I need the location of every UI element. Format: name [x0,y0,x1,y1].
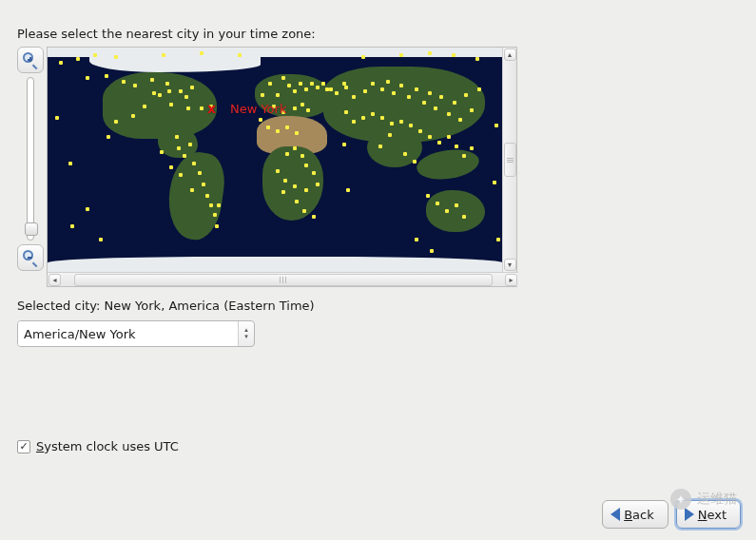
map-vertical-scrollbar[interactable]: ▴ ▾ [502,48,516,272]
city-dot[interactable] [202,183,205,186]
city-dot[interactable] [447,135,451,139]
city-dot[interactable] [304,87,308,91]
world-map[interactable]: x New York [48,48,502,272]
utc-checkbox-label[interactable]: System clock uses UTC [36,439,179,453]
city-dot[interactable] [352,95,356,99]
city-dot[interactable] [335,91,339,95]
city-dot[interactable] [363,89,367,93]
city-dot[interactable] [447,112,451,116]
utc-checkbox[interactable] [17,440,30,453]
city-dot[interactable] [281,190,285,194]
city-dot[interactable] [437,141,441,145]
scroll-down-icon[interactable]: ▾ [504,259,516,271]
city-dot[interactable] [293,184,297,188]
city-dot[interactable] [390,122,394,125]
city-dot[interactable] [213,213,217,217]
city-dot[interactable] [493,181,496,184]
city-dot[interactable] [300,154,304,158]
city-dot[interactable] [160,150,164,154]
city-dot[interactable] [388,133,392,137]
city-dot[interactable] [131,114,135,118]
city-dot[interactable] [217,203,221,207]
scroll-up-icon[interactable]: ▴ [504,48,516,61]
city-dot[interactable] [415,87,418,91]
horizontal-scroll-thumb[interactable] [74,274,493,286]
city-dot[interactable] [285,152,289,156]
city-dot[interactable] [371,82,375,86]
city-dot[interactable] [169,165,173,169]
city-dot[interactable] [321,82,325,86]
city-dot[interactable] [281,76,285,80]
zoom-slider-thumb[interactable] [25,222,38,236]
city-dot[interactable] [143,105,146,108]
city-dot[interactable] [462,154,466,158]
city-dot[interactable] [399,53,403,57]
city-dot[interactable] [496,238,500,241]
city-dot[interactable] [175,135,179,139]
city-dot[interactable] [105,74,108,78]
city-dot[interactable] [436,202,439,205]
city-dot[interactable] [261,93,264,97]
city-dot[interactable] [413,160,417,164]
zoom-in-button[interactable] [17,47,44,73]
city-dot[interactable] [428,91,432,95]
city-dot[interactable] [458,118,462,122]
city-dot[interactable] [150,78,154,82]
city-dot[interactable] [169,103,173,106]
city-dot[interactable] [428,135,432,139]
city-dot[interactable] [316,86,320,89]
city-dot[interactable] [344,110,348,114]
city-dot[interactable] [399,120,403,124]
city-dot[interactable] [462,215,466,219]
city-dot[interactable] [86,207,89,211]
city-dot[interactable] [304,188,308,192]
city-dot[interactable] [107,135,110,139]
city-dot[interactable] [361,55,365,59]
city-dot[interactable] [344,86,348,89]
vertical-scroll-thumb[interactable] [504,143,516,177]
city-dot[interactable] [316,183,320,186]
city-dot[interactable] [190,188,194,192]
city-dot[interactable] [177,146,181,150]
city-dot[interactable] [190,86,194,89]
scroll-right-icon[interactable]: ▸ [505,274,517,286]
city-dot[interactable] [209,203,213,207]
city-dot[interactable] [378,145,382,148]
city-dot[interactable] [399,84,403,87]
city-dot[interactable] [93,53,97,57]
city-dot[interactable] [361,116,365,120]
city-dot[interactable] [122,80,126,84]
city-dot[interactable] [55,116,59,120]
city-dot[interactable] [312,215,316,219]
city-dot[interactable] [184,95,188,99]
city-dot[interactable] [276,129,280,133]
city-dot[interactable] [114,55,118,59]
city-dot[interactable] [422,101,426,105]
timezone-select[interactable]: America/New York [17,320,255,347]
city-dot[interactable] [152,91,156,95]
city-dot[interactable] [200,51,204,55]
city-dot[interactable] [59,61,63,65]
zoom-slider[interactable] [27,77,34,241]
scroll-left-icon[interactable]: ◂ [48,274,61,286]
city-dot[interactable] [70,224,74,228]
city-dot[interactable] [455,145,458,148]
city-dot[interactable] [293,89,297,93]
city-dot[interactable] [283,179,287,183]
city-dot[interactable] [428,51,432,55]
city-dot[interactable] [198,171,202,175]
city-dot[interactable] [430,249,434,253]
city-dot[interactable] [470,108,474,112]
city-dot[interactable] [68,162,72,165]
city-dot[interactable] [293,146,297,150]
city-dot[interactable] [300,103,304,106]
city-dot[interactable] [205,194,209,198]
city-dot[interactable] [418,129,422,133]
city-dot[interactable] [380,116,384,120]
city-dot[interactable] [183,154,186,158]
city-dot[interactable] [409,124,413,127]
city-dot[interactable] [386,80,390,84]
map-horizontal-scrollbar[interactable]: ◂ ▸ [48,272,518,286]
city-dot[interactable] [304,164,308,167]
city-dot[interactable] [325,87,329,91]
